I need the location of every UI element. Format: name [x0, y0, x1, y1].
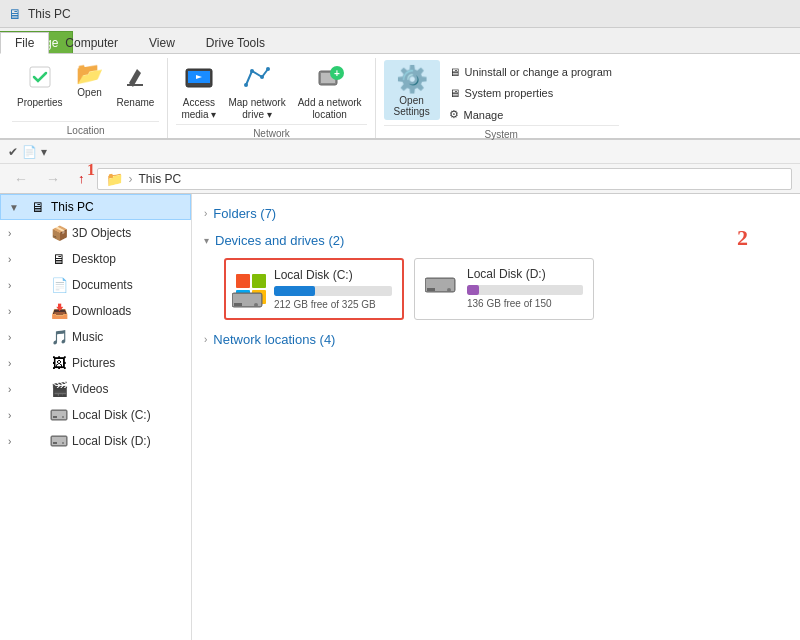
- folders-expand-icon: ›: [204, 208, 207, 219]
- sidebar-item-music[interactable]: › 🎵 Music: [0, 324, 191, 350]
- open-label: Open: [77, 87, 101, 99]
- location-buttons: Properties 📂 Open Rename: [12, 58, 159, 121]
- address-field[interactable]: 📁 › This PC: [97, 168, 793, 190]
- title-text: This PC: [28, 7, 71, 21]
- sidebar-label-this-pc: This PC: [51, 200, 94, 214]
- svg-rect-23: [234, 303, 242, 306]
- svg-rect-15: [53, 416, 57, 418]
- sidebar-label-downloads: Downloads: [72, 304, 131, 318]
- expand-d-icon: ›: [8, 436, 24, 447]
- drive-d-card[interactable]: Local Disk (D:) 136 GB free of 150: [414, 258, 594, 320]
- map-network-drive-button[interactable]: Map networkdrive ▾: [223, 60, 290, 124]
- sidebar-item-pictures[interactable]: › 🖼 Pictures: [0, 350, 191, 376]
- network-expand-icon: ›: [204, 334, 207, 345]
- drive-c-free: 212 GB free of 325 GB: [274, 299, 392, 310]
- access-media-button[interactable]: Accessmedia ▾: [176, 60, 221, 124]
- quick-access-doc-icon[interactable]: 📄: [22, 145, 37, 159]
- sidebar-label-videos: Videos: [72, 382, 108, 396]
- drive-c-card[interactable]: Local Disk (C:) 212 GB free of 325 GB: [224, 258, 404, 320]
- uninstall-button[interactable]: 🖥 Uninstall or change a program: [442, 62, 619, 82]
- svg-point-7: [260, 75, 264, 79]
- sidebar-item-videos[interactable]: › 🎬 Videos: [0, 376, 191, 402]
- open-settings-button[interactable]: ⚙️ OpenSettings: [384, 60, 440, 120]
- up-button[interactable]: ↑ 1: [72, 168, 91, 189]
- folders-label: Folders (7): [213, 206, 276, 221]
- access-media-label: Accessmedia ▾: [181, 97, 216, 121]
- add-network-icon: +: [315, 63, 345, 95]
- desktop-icon: 🖥: [50, 251, 68, 267]
- network-group-label: Network: [176, 124, 366, 141]
- quick-access-down-icon[interactable]: ▾: [41, 145, 47, 159]
- devices-header[interactable]: ▾ Devices and drives (2) 2: [204, 229, 788, 252]
- tab-drive-tools[interactable]: Drive Tools: [191, 31, 280, 53]
- network-buttons: Accessmedia ▾ Map networkdrive ▾: [176, 58, 366, 124]
- folders-header[interactable]: › Folders (7): [204, 202, 788, 225]
- quick-access-bar: ✔ 📄 ▾: [0, 140, 800, 164]
- sidebar-item-documents[interactable]: › 📄 Documents: [0, 272, 191, 298]
- sidebar-label-music: Music: [72, 330, 103, 344]
- expand-icon: ▼: [9, 202, 25, 213]
- access-media-icon: [184, 63, 214, 95]
- rename-button[interactable]: Rename: [112, 60, 160, 112]
- drive-c-info: Local Disk (C:) 212 GB free of 325 GB: [274, 268, 392, 310]
- address-separator: ›: [129, 172, 133, 186]
- sidebar: ▼ 🖥 This PC › 📦 3D Objects › 🖥 Desktop ›…: [0, 194, 192, 640]
- location-group-label: Location: [12, 121, 159, 138]
- sidebar-item-downloads[interactable]: › 📥 Downloads: [0, 298, 191, 324]
- sidebar-item-desktop[interactable]: › 🖥 Desktop: [0, 246, 191, 272]
- disk-d-icon: [50, 433, 68, 450]
- drive-d-bar-container: [467, 285, 583, 295]
- manage-button[interactable]: ⚙ Manage: [442, 104, 619, 125]
- svg-point-8: [266, 67, 270, 71]
- sidebar-item-3d-objects[interactable]: › 📦 3D Objects: [0, 220, 191, 246]
- manage-icon: ⚙: [449, 108, 459, 121]
- sidebar-item-local-d[interactable]: › Local Disk (D:): [0, 428, 191, 454]
- expand-c-icon: ›: [8, 410, 24, 421]
- open-icon: 📂: [76, 63, 103, 85]
- sidebar-item-this-pc[interactable]: ▼ 🖥 This PC: [0, 194, 191, 220]
- svg-point-28: [447, 288, 451, 292]
- manage-label: Manage: [464, 109, 504, 121]
- system-props-icon: 🖥: [449, 87, 460, 99]
- network-header[interactable]: › Network locations (4): [204, 328, 788, 351]
- open-button[interactable]: 📂 Open: [70, 60, 110, 102]
- disk-c-icon: [50, 407, 68, 424]
- ribbon-sub-tabs: File Computer View Drive Tools: [0, 28, 800, 54]
- system-small-buttons: 🖥 Uninstall or change a program 🖥 System…: [442, 60, 619, 125]
- expand-downloads-icon: ›: [8, 306, 24, 317]
- drive-c-bar-container: [274, 286, 392, 296]
- tab-file[interactable]: File: [0, 32, 49, 54]
- properties-button[interactable]: Properties: [12, 60, 68, 112]
- system-buttons: ⚙️ OpenSettings 🖥 Uninstall or change a …: [384, 58, 619, 125]
- main-layout: ▼ 🖥 This PC › 📦 3D Objects › 🖥 Desktop ›…: [0, 194, 800, 640]
- svg-point-16: [62, 416, 64, 418]
- sidebar-item-local-c[interactable]: › Local Disk (C:): [0, 402, 191, 428]
- network-section: › Network locations (4): [204, 328, 788, 351]
- map-network-icon: [242, 63, 272, 95]
- svg-point-20: [62, 442, 64, 444]
- system-properties-button[interactable]: 🖥 System properties: [442, 83, 619, 103]
- back-button[interactable]: ←: [8, 168, 34, 190]
- quick-access-check-icon[interactable]: ✔: [8, 145, 18, 159]
- system-group-label: System: [384, 125, 619, 142]
- tab-view[interactable]: View: [134, 31, 190, 53]
- devices-section: ▾ Devices and drives (2) 2: [204, 229, 788, 320]
- svg-point-5: [244, 83, 248, 87]
- add-network-location-button[interactable]: + Add a networklocation: [293, 60, 367, 124]
- devices-label: Devices and drives (2): [215, 233, 344, 248]
- address-bar: ← → ↑ 1 📁 › This PC: [0, 164, 800, 194]
- sidebar-label-local-d: Local Disk (D:): [72, 434, 151, 448]
- 3d-objects-icon: 📦: [50, 225, 68, 241]
- drive-d-inner: Local Disk (D:) 136 GB free of 150: [425, 267, 583, 309]
- open-settings-label: OpenSettings: [394, 95, 430, 117]
- svg-rect-27: [427, 288, 435, 291]
- address-path: This PC: [139, 172, 182, 186]
- downloads-icon: 📥: [50, 303, 68, 319]
- expand-3d-icon: ›: [8, 228, 24, 239]
- expand-docs-icon: ›: [8, 280, 24, 291]
- sidebar-label-documents: Documents: [72, 278, 133, 292]
- sidebar-label-3d: 3D Objects: [72, 226, 131, 240]
- drive-d-free: 136 GB free of 150: [467, 298, 583, 309]
- tab-computer[interactable]: Computer: [50, 31, 133, 53]
- forward-button[interactable]: →: [40, 168, 66, 190]
